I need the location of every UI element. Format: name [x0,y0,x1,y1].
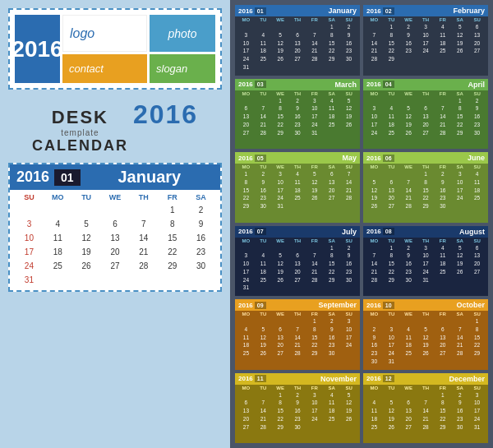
mini-cal-header: 2016 07 July [235,226,360,238]
mini-week-row: 18192021222324 [237,341,357,349]
template-label: template [32,128,128,137]
mini-cal-02: 2016 02 FebruaryMOTUWETHFRSASU1234567891… [363,5,488,76]
mini-cal-04: 2016 04 AprilMOTUWETHFRSASU1234567891011… [363,79,488,150]
cal-month-name: January [85,168,214,187]
mini-week-row: 14151617181920 [366,260,486,268]
mini-week-row: 11121314151617 [237,334,357,342]
cell-contact: contact [62,54,147,83]
mini-week-row: 12 [237,23,357,31]
mini-week-row: 18192021222324 [366,415,486,423]
mini-week-row: 3031 [366,358,486,366]
mini-cal-body: MOTUWETHFRSASU12345678910111213141516171… [235,385,360,444]
mini-cal-body: MOTUWETHFRSASU12345678910111213141516171… [235,238,360,297]
mini-week-row: 1234567 [237,170,357,178]
mini-days-header: MOTUWETHFRSASU [237,238,357,243]
calendar-label: CALENDAR [32,137,128,155]
mini-cal-10: 2016 10 OctoberMOTUWETHFRSASU12345678910… [363,299,488,370]
mini-cal-body: MOTUWETHFRSASU12345678910111213141516171… [235,90,360,150]
mini-week-row: 21222324252627 [366,268,486,276]
mini-cal-header: 2016 10 October [363,299,488,311]
mini-week-row: 567891011 [366,178,486,187]
mini-week-row: 78910111213 [366,31,486,39]
mini-week-row: 22232425262728 [237,194,357,202]
mini-week-row: 25262728293031 [366,423,486,432]
mini-week-row: 16171819202122 [366,341,486,349]
mini-days-header: MOTUWETHFRSASU [237,164,357,169]
mini-days-header: MOTUWETHFRSASU [366,386,486,390]
mini-cal-body: MOTUWETHFRSASU12345678910111213141516171… [363,238,488,297]
mini-cal-header: 2016 11 November [235,373,360,385]
mini-cal-06: 2016 06 JuneMOTUWETHFRSASU12345678910111… [363,152,488,223]
mini-cal-body: MOTUWETHFRSASU12345678910111213141516171… [363,90,488,150]
mini-cal-header: 2016 05 May [235,152,360,164]
mini-cal-12: 2016 12 DecemberMOTUWETHFRSASU1234567891… [363,373,488,444]
mini-cal-header: 2016 02 February [363,5,488,16]
mini-week-row: 1234 [366,170,486,178]
cell-logo: logo [62,15,147,52]
mini-week-row: 14151617181920 [366,39,486,48]
mini-days-header: MOTUWETHFRSASU [237,17,357,22]
cal-week-row: 3456789 [15,217,215,231]
mini-week-row: 1 [366,317,486,326]
mini-cal-body: MOTUWETHFRSASU12345678910111213141516171… [235,164,360,223]
mini-cal-body: MOTUWETHFRSASU12345678910111213141516171… [235,16,360,76]
mini-week-row: 23242526272829 [366,349,486,358]
mini-week-row: 10111213141516 [237,39,357,48]
mini-days-header: MOTUWETHFRSASU [366,312,486,316]
mini-week-row: 12345 [237,97,357,105]
cell-photo: photo [150,15,215,52]
mini-cal-header: 2016 09 September [235,299,360,311]
mini-week-row: 293031 [237,202,357,210]
mini-cal-09: 2016 09 SeptemberMOTUWETHFRSASU123456789… [235,299,360,370]
mini-week-row: 6789101112 [237,104,357,113]
mini-days-header: MOTUWETHFRSASU [366,17,486,22]
top-section: 2016 logo photo contact slogan [8,8,222,90]
mini-week-row: 15161718192021 [237,187,357,195]
mini-cal-body: MOTUWETHFRSASU12345678910111213141516171… [363,311,488,370]
mini-week-row: 27282930 [237,423,357,432]
mini-week-row: 19202122232425 [366,194,486,202]
mini-week-row: 45678910 [366,399,486,407]
mini-week-row: 24252627282930 [237,276,357,284]
mini-week-row: 10111213141516 [366,113,486,121]
right-panel: 2016 01 JanuaryMOTUWETHFRSASU12345678910… [230,0,493,448]
mini-week-row: 2728293031 [237,129,357,137]
mini-week-row: 12 [237,244,357,252]
mini-week-row: 2345678 [366,326,486,334]
mini-cal-05: 2016 05 MayMOTUWETHFRSASU123456789101112… [235,152,360,223]
mini-week-row: 20212223242526 [237,415,357,423]
mini-cal-07: 2016 07 JulyMOTUWETHFRSASU12345678910111… [235,226,360,297]
mini-week-row: 252627282930 [237,349,357,358]
mini-week-row: 123456 [366,244,486,252]
mini-week-row: 20212223242526 [237,121,357,129]
mini-days-header: MOTUWETHFRSASU [366,164,486,169]
mini-week-row: 78910111213 [366,252,486,260]
mini-days-header: MOTUWETHFRSASU [366,91,486,96]
mini-week-row: 2627282930 [366,202,486,210]
mini-cal-03: 2016 03 MarchMOTUWETHFRSASU1234567891011… [235,79,360,150]
mini-week-row: 123456 [366,23,486,31]
cal-month-num: 01 [54,169,81,186]
mini-cal-body: MOTUWETHFRSASU12345678910111213141516171… [363,16,488,76]
mini-days-header: MOTUWETHFRSASU [237,386,357,390]
mini-cal-header: 2016 01 January [235,5,360,16]
cal-year: 2016 [16,169,49,186]
cal-week-row: 17181920212223 [15,245,215,259]
mini-week-row: 3456789 [366,104,486,113]
mini-week-row: 28293031 [366,276,486,284]
mini-week-row: 24252627282930 [237,55,357,63]
mini-cal-08: 2016 08 AugustMOTUWETHFRSASU123456789101… [363,226,488,297]
mini-week-row: 12131415161718 [366,187,486,195]
mini-week-row: 123 [237,317,357,326]
mini-cal-11: 2016 11 NovemberMOTUWETHFRSASU1234567891… [235,373,360,444]
jan-grid: 1234567891011121314151617181920212223242… [15,203,215,287]
mini-days-header: MOTUWETHFRSASU [237,312,357,316]
mini-cal-header: 2016 12 December [363,373,488,385]
cal-week-row: 12 [15,203,215,217]
mini-cal-body: MOTUWETHFRSASU12345678910111213141516171… [363,385,488,444]
mini-cal-header: 2016 06 June [363,152,488,164]
mini-week-row: 6789101112 [237,399,357,407]
mini-week-row: 12345 [237,391,357,400]
mini-cal-body: MOTUWETHFRSASU12345678910111213141516171… [363,164,488,223]
mini-cal-01: 2016 01 JanuaryMOTUWETHFRSASU12345678910… [235,5,360,76]
